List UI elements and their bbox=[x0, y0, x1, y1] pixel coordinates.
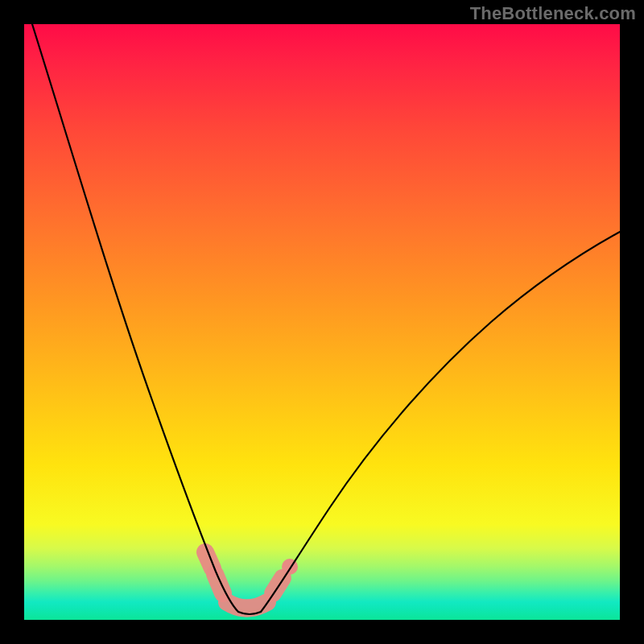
plot-area bbox=[24, 24, 620, 620]
watermark-text: TheBottleneck.com bbox=[470, 3, 636, 24]
right-curve bbox=[261, 232, 620, 612]
right-marker bbox=[273, 578, 283, 593]
left-curve bbox=[32, 24, 238, 612]
chart-stage: TheBottleneck.com bbox=[0, 0, 644, 644]
curves-svg bbox=[24, 24, 620, 620]
